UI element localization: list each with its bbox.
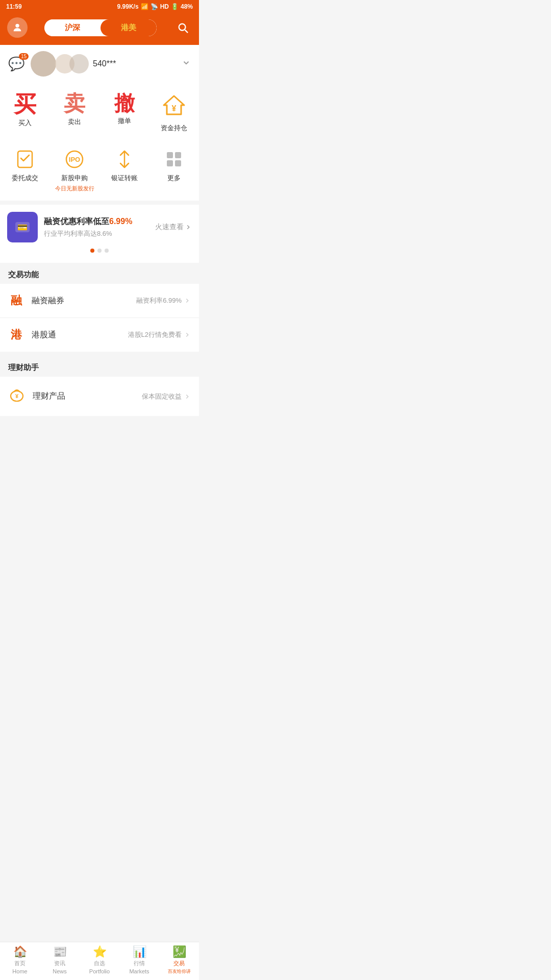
banner-text: 融资优惠利率低至6.99% 行业平均利率高达8.6% (44, 216, 149, 238)
hkconnect-prefix: 港 (8, 327, 24, 342)
content-scroll: 交易功能 融 融资融券 融资利率6.99% 港 港股通 港股L2行情免费看 (0, 263, 199, 453)
coin-bag-icon: ¥ (8, 386, 26, 403)
signal-icon: 📶 (141, 3, 148, 10)
assets-label: 资金持仓 (161, 124, 187, 133)
dot-1 (90, 249, 94, 253)
action-ipo[interactable]: IPO 新股申购 今日无新股发行 (50, 143, 100, 194)
account-decorations (60, 54, 89, 74)
tab-switcher: 沪深 港美 (44, 19, 157, 36)
action-transfer[interactable]: 银证转账 (99, 143, 149, 194)
entrust-label: 委托成交 (12, 174, 38, 183)
assets-icon: ¥ (162, 93, 186, 120)
transfer-icon (112, 147, 137, 172)
time: 11:59 (6, 3, 22, 10)
svg-point-0 (15, 24, 19, 28)
svg-line-2 (185, 30, 188, 33)
message-badge-area[interactable]: 💬 15 (8, 56, 24, 72)
ipo-label: 新股申购 (61, 174, 88, 183)
dot-2 (97, 249, 102, 253)
battery-pct: 48% (181, 3, 193, 10)
tab-hu-shen[interactable]: 沪深 (44, 19, 101, 36)
action-buy[interactable]: 买 买入 (0, 88, 50, 135)
buy-label: 买入 (18, 118, 32, 128)
dot-3 (105, 249, 109, 253)
chevron-right-icon (185, 224, 192, 231)
message-count: 15 (19, 53, 29, 60)
sell-label: 卖出 (68, 117, 81, 127)
buy-icon: 买 (14, 93, 36, 115)
banner-icon: 💳 (7, 212, 38, 242)
margin-label: 融资融券 (32, 296, 136, 306)
user-icon (12, 22, 23, 33)
ipo-icon: IPO (62, 147, 87, 172)
action-sell[interactable]: 卖 卖出 (50, 88, 100, 135)
account-section: 💬 15 540*** (0, 45, 199, 83)
svg-rect-12 (175, 160, 181, 166)
svg-text:IPO: IPO (69, 156, 80, 163)
section-header-wealth: 理财助手 (0, 356, 199, 377)
banner-action-btn[interactable]: 火速查看 (155, 223, 192, 232)
chevron-right-small-icon3 (184, 393, 191, 400)
wealth-menu-section: ¥ 理财产品 保本固定收益 (0, 377, 199, 416)
promo-icon: 💳 (13, 218, 32, 236)
account-avatar (31, 51, 56, 77)
status-bar: 11:59 9.99K/s 📶 📡 HD 🔋 48% (0, 0, 199, 13)
banner-subtitle: 行业平均利率高达8.6% (44, 229, 149, 238)
transfer-label: 银证转账 (111, 174, 138, 183)
svg-text:💳: 💳 (17, 223, 28, 232)
action-assets[interactable]: ¥ 资金持仓 (149, 88, 199, 135)
wealth-label: 理财产品 (33, 391, 142, 402)
action-entrust[interactable]: 委托成交 (0, 143, 50, 194)
hkconnect-label: 港股通 (32, 330, 128, 340)
battery-icon: 🔋 (171, 3, 179, 10)
chevron-right-small-icon (184, 297, 191, 304)
header: 沪深 港美 (0, 13, 199, 45)
more-icon (162, 147, 186, 172)
signal-label: HD (160, 3, 169, 10)
svg-rect-10 (175, 152, 181, 158)
banner-highlight: 6.99% (109, 217, 132, 226)
action-more[interactable]: 更多 (149, 143, 199, 194)
wifi-icon: 📡 (151, 3, 158, 10)
sell-icon: 卖 (64, 93, 85, 114)
margin-right: 融资利率6.99% (136, 296, 191, 305)
banner-dots (7, 249, 192, 253)
status-right: 9.99K/s 📶 📡 HD 🔋 48% (117, 3, 193, 10)
avatar-button[interactable] (7, 17, 28, 38)
svg-rect-11 (167, 160, 173, 166)
account-number: 540*** (93, 59, 116, 68)
svg-text:¥: ¥ (15, 393, 19, 399)
cancel-label: 撤单 (118, 116, 131, 126)
quick-actions-row2: 委托成交 IPO 新股申购 今日无新股发行 银证转账 (0, 143, 199, 201)
svg-text:¥: ¥ (172, 104, 177, 113)
banner-title: 融资优惠利率低至6.99% (44, 216, 149, 227)
entrust-icon (13, 147, 37, 172)
chevron-down-icon[interactable] (182, 58, 191, 70)
action-cancel[interactable]: 撤 撤单 (99, 88, 149, 135)
network-speed: 9.99K/s (117, 3, 139, 10)
hkconnect-right: 港股L2行情免费看 (128, 330, 191, 339)
quick-actions-row1: 买 买入 卖 卖出 撤 撤单 ¥ 资金持仓 (0, 83, 199, 143)
svg-rect-9 (167, 152, 173, 158)
search-button[interactable] (173, 18, 192, 37)
house-yen-icon: ¥ (162, 93, 186, 117)
wealth-icon-badge: ¥ (8, 386, 26, 407)
section-header-trade: 交易功能 (0, 263, 199, 284)
menu-item-margin[interactable]: 融 融资融券 融资利率6.99% (0, 284, 199, 318)
trade-menu-section: 融 融资融券 融资利率6.99% 港 港股通 港股L2行情免费看 (0, 284, 199, 352)
chevron-right-small-icon2 (184, 331, 191, 338)
search-icon (177, 22, 188, 33)
banner-card[interactable]: 💳 融资优惠利率低至6.99% 行业平均利率高达8.6% 火速查看 (7, 212, 192, 242)
menu-item-hkconnect[interactable]: 港 港股通 港股L2行情免费看 (0, 318, 199, 352)
banner-section: 💳 融资优惠利率低至6.99% 行业平均利率高达8.6% 火速查看 (0, 205, 199, 263)
svg-point-1 (179, 24, 186, 31)
tab-gang-mei[interactable]: 港美 (101, 19, 157, 36)
wealth-right: 保本固定收益 (142, 392, 191, 401)
more-label: 更多 (167, 174, 181, 183)
menu-item-wealth[interactable]: ¥ 理财产品 保本固定收益 (0, 377, 199, 416)
ipo-sub: 今日无新股发行 (55, 185, 94, 192)
margin-prefix: 融 (8, 293, 24, 308)
cancel-icon: 撤 (114, 93, 135, 113)
